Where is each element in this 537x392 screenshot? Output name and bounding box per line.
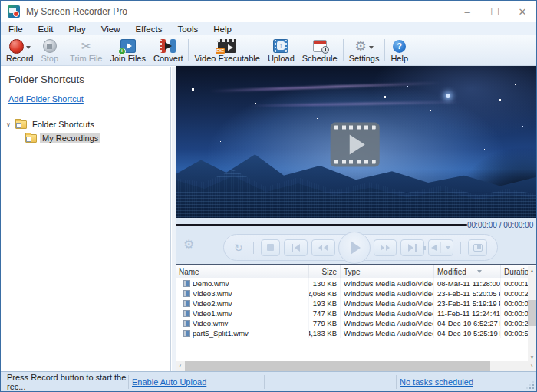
play-button[interactable] (338, 232, 371, 264)
skip-to-end-button[interactable] (400, 239, 424, 256)
tree-item-label[interactable]: My Recordings (40, 133, 100, 143)
column-header-modified[interactable]: Modified (434, 265, 501, 278)
add-folder-shortcut-link[interactable]: Add Folder Shortcut (8, 94, 84, 104)
settings-dropdown-icon[interactable] (369, 46, 374, 49)
volume-dropdown-icon[interactable] (446, 246, 450, 249)
speaker-icon (431, 245, 437, 251)
caption-buttons: – ☐ ✕ (453, 1, 536, 22)
menu-effects[interactable]: Effects (127, 22, 170, 35)
horizontal-scroll-thumb[interactable] (185, 361, 490, 371)
tree-item-my-recordings[interactable]: My Recordings (1, 131, 170, 145)
skip-start-icon (295, 244, 300, 252)
toolbar-separator (64, 39, 64, 61)
enable-auto-upload-link[interactable]: Enable Auto Upload (132, 377, 206, 387)
column-header-size[interactable]: Size (309, 265, 341, 278)
seek-slider[interactable] (176, 224, 467, 226)
app-window: My Screen Recorder Pro – ☐ ✕ File Edit P… (0, 0, 537, 392)
popout-player-button[interactable] (468, 239, 487, 256)
scroll-left-icon[interactable]: ‹ (176, 361, 185, 371)
stars-decoration (176, 66, 176, 67)
fast-forward-button[interactable] (374, 239, 397, 256)
table-row[interactable]: Video2.wmv 193 KB Windows Media Audio/Vi… (176, 298, 536, 308)
video-executable-button[interactable]: EXE Video Executable (190, 36, 263, 64)
record-icon (9, 39, 24, 54)
status-bar: Press Record button to start the rec... … (1, 371, 536, 391)
table-row[interactable]: Video.wmv 779 KB Windows Media Audio/Vid… (176, 318, 536, 328)
video-play-overlay-icon[interactable] (331, 122, 380, 166)
clock-icon (321, 46, 329, 54)
schedule-label: Schedule (302, 54, 338, 63)
settings-button[interactable]: ⚙ Settings (345, 36, 384, 64)
player-options-gear-icon[interactable]: ⚙ (183, 239, 194, 251)
table-row[interactable]: Video3.wmv 2,068 KB Windows Media Audio/… (176, 288, 536, 298)
bright-star-decoration (446, 94, 450, 98)
convert-label: Convert (153, 54, 183, 63)
media-file-icon (183, 330, 190, 337)
table-row[interactable]: Video1.wmv 747 KB Windows Media Audio/Vi… (176, 308, 536, 318)
tree-root-label[interactable]: Folder Shortcuts (30, 119, 97, 130)
join-files-label: Join Files (110, 54, 145, 63)
menu-edit[interactable]: Edit (31, 22, 61, 35)
column-header-name[interactable]: Name (176, 265, 309, 278)
stop-playback-button[interactable] (261, 239, 281, 256)
close-button[interactable]: ✕ (509, 1, 536, 22)
video-preview[interactable] (176, 66, 536, 218)
column-header-type[interactable]: Type (341, 265, 434, 278)
recordings-file-list: Name Size Type Modified Duration Demo.wm… (176, 265, 536, 361)
toolbar-separator (343, 39, 344, 61)
record-button[interactable]: Record (2, 36, 37, 64)
stop-square-icon (267, 244, 274, 251)
upload-button[interactable]: ↑ Upload (264, 36, 298, 64)
nebula-streak-decoration (249, 101, 463, 107)
sidebar-heading: Folder Shortcuts (1, 67, 170, 85)
chevron-down-icon[interactable]: ∨ (6, 121, 15, 128)
horizontal-scrollbar[interactable]: ‹ › (176, 361, 536, 371)
trim-scissors-icon: ✂ (81, 40, 91, 53)
help-button[interactable]: ? Help (387, 36, 412, 64)
table-row[interactable]: Demo.wmv 130 KB Windows Media Audio/Vide… (176, 278, 536, 288)
no-tasks-scheduled-link[interactable]: No tasks scheduled (400, 377, 473, 387)
folder-shortcut-icon (25, 134, 37, 143)
vertical-scroll-thumb[interactable] (528, 300, 536, 326)
rewind-button[interactable] (311, 239, 335, 256)
maximize-button[interactable]: ☐ (481, 1, 509, 22)
tree-root-folder-shortcuts[interactable]: ∨ Folder Shortcuts (1, 117, 170, 131)
vertical-scrollbar[interactable]: ▲ ▼ (528, 266, 536, 361)
folder-shortcut-icon (15, 120, 27, 129)
settings-gear-icon: ⚙ (354, 40, 366, 53)
scroll-down-icon[interactable]: ▼ (528, 353, 536, 361)
stop-button[interactable]: Stop (37, 36, 62, 64)
status-empty-section (265, 375, 397, 389)
resize-grip[interactable] (532, 387, 534, 389)
convert-button[interactable]: Convert (150, 36, 187, 64)
media-file-icon (183, 300, 190, 307)
video-executable-label: Video Executable (194, 54, 259, 63)
volume-button[interactable] (428, 239, 454, 256)
scroll-up-icon[interactable]: ▲ (528, 266, 536, 275)
window-title: My Screen Recorder Pro (26, 6, 127, 17)
player-control-bar: ↻ (223, 234, 498, 261)
folder-shortcuts-panel: Folder Shortcuts Add Folder Shortcut ∨ F… (1, 67, 171, 371)
media-file-icon (183, 280, 190, 287)
menu-tools[interactable]: Tools (170, 22, 206, 35)
sort-descending-icon (477, 270, 482, 273)
title-bar: My Screen Recorder Pro – ☐ ✕ (1, 1, 536, 22)
scroll-right-icon[interactable]: › (527, 361, 536, 371)
join-files-button[interactable]: + Join Files (106, 36, 149, 64)
table-row[interactable]: part5_Split1.wmv 4,183 KB Windows Media … (176, 328, 536, 338)
trim-file-button[interactable]: ✂ Trim File (66, 36, 106, 64)
menu-file[interactable]: File (1, 22, 31, 35)
schedule-button[interactable]: Schedule (298, 36, 341, 64)
record-dropdown-icon[interactable] (26, 46, 31, 49)
skip-end-icon (408, 244, 413, 252)
help-icon: ? (393, 40, 406, 53)
skip-to-start-button[interactable] (284, 239, 308, 256)
menu-view[interactable]: View (94, 22, 128, 35)
menu-help[interactable]: Help (206, 22, 239, 35)
file-list-header: Name Size Type Modified Duration (176, 265, 536, 278)
replay-icon[interactable]: ↻ (234, 242, 243, 253)
minimize-button[interactable]: – (453, 1, 481, 22)
app-icon (8, 5, 20, 18)
media-file-icon (183, 290, 190, 297)
menu-play[interactable]: Play (61, 22, 93, 35)
